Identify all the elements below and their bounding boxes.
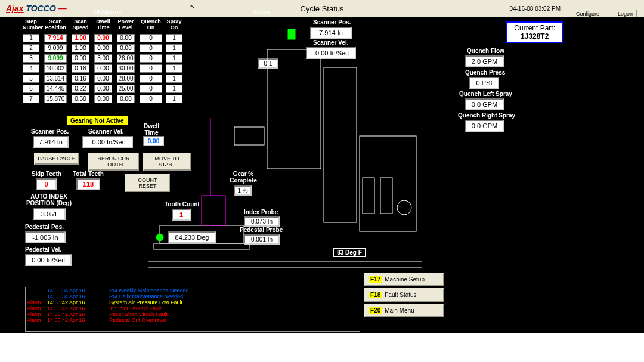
alarm-row: Alarm14:53:42 Apr 16Pacer Short Circuit … <box>26 311 360 317</box>
datetime: 04-16-08 03:02 PM <box>509 5 561 12</box>
skip-teeth-value: 0 <box>36 178 57 190</box>
table-cell: 1 <box>23 34 39 42</box>
table-cell: 1 <box>166 54 182 63</box>
table-cell: 1 <box>166 95 182 103</box>
tooth-count-label: Tooth Count <box>165 201 200 208</box>
svg-rect-12 <box>380 178 392 214</box>
f17-button[interactable]: F17Machine Setup <box>364 273 444 286</box>
table-cell: 0 <box>140 54 162 63</box>
svg-rect-1 <box>324 67 357 222</box>
deg-value: 84.233 Deg <box>168 231 216 243</box>
svg-point-8 <box>156 234 163 241</box>
table-cell: 13.614 <box>44 75 67 83</box>
temp-value: 83 Deg F <box>333 248 366 257</box>
svg-point-13 <box>397 200 411 215</box>
logo: Ajax TOCCO — <box>6 4 67 13</box>
quench-flow-label: Quench Flow <box>467 48 504 54</box>
auto-index-value: 3.051 <box>33 208 66 220</box>
f18-button[interactable]: F18Fault Status <box>364 288 444 302</box>
table-cell: 1 <box>166 34 182 42</box>
table-cell: 1.00 <box>72 44 89 52</box>
count-reset-button[interactable]: COUNT RESET <box>125 174 170 192</box>
scanner-pos-value: 7.914 In <box>33 136 69 148</box>
table-cell: 10.002 <box>44 64 67 73</box>
col-header: Step Number <box>23 18 39 30</box>
table-cell: 3 <box>23 54 39 63</box>
quench-right-label: Quench Right Spray <box>458 112 515 119</box>
col-header: Quench On <box>140 18 162 30</box>
table-cell: 1.00 <box>72 34 89 42</box>
col-header: Scan Position <box>44 18 67 30</box>
top-scanner-vel-value: -0.00 In/Sec <box>306 47 356 59</box>
quench-left-label: Quench Left Spray <box>459 91 512 97</box>
table-cell: 6 <box>23 85 39 93</box>
pause-cycle-button[interactable]: PAUSE CYCLE <box>34 153 79 165</box>
top-scanner-vel-label: Scanner Vel. <box>313 39 348 46</box>
top-scanner-pos-label: Scanner Pos. <box>313 19 351 26</box>
alarm-row: 14:58:34 Apr 16PM Weekly Maintenance Nee… <box>26 287 360 293</box>
table-cell: 0.18 <box>72 64 89 73</box>
quench-left-value: 0.0 GPM <box>465 98 504 110</box>
f20-label: Main Menu <box>385 307 414 314</box>
table-cell: 15.870 <box>44 95 67 103</box>
alarm-panel[interactable]: 14:58:34 Apr 16PM Weekly Maintenance Nee… <box>25 287 360 332</box>
table-cell: 0 <box>140 64 162 73</box>
gear-pct-value: 1 % <box>234 185 252 196</box>
page-title: Cycle Status <box>301 4 344 13</box>
table-cell: 1 <box>166 85 182 93</box>
current-part-box: Current Part: 1J328T2 <box>506 21 564 43</box>
dwell-time-label: Dwell Time <box>144 123 159 136</box>
alarm-row: Alarm14:53:42 Apr 16Inductor Ground Faul… <box>26 305 360 311</box>
table-cell: 0 <box>140 75 162 83</box>
table-cell: 1 <box>166 75 182 83</box>
table-cell: 0 <box>140 44 162 52</box>
auto-index-label: AUTO INDEX POSITION (Deg) <box>25 193 73 206</box>
quench-press-value: 0 PSI <box>469 77 499 89</box>
f17-label: Machine Setup <box>385 276 425 283</box>
table-cell: 1 <box>166 44 182 52</box>
current-part-value: 1J328T2 <box>514 32 555 41</box>
tooth-count-value: 1 <box>172 209 191 221</box>
table-cell: 0 <box>140 95 162 103</box>
logo-ajax: Ajax <box>6 4 24 13</box>
table-cell: 2 <box>23 44 39 52</box>
skip-teeth-label: Skip Teeth <box>32 171 61 177</box>
svg-rect-6 <box>154 243 249 249</box>
pedestal-vel-value: 0.00 In/Sec <box>25 254 72 266</box>
f18-label: Fault Status <box>385 292 416 298</box>
current-part-label: Current Part: <box>514 24 555 32</box>
pedestal-pos-label: Pedestal Pos. <box>25 224 64 230</box>
f20-button[interactable]: F20Main Menu <box>364 304 444 317</box>
top-scanner-pos-value: 7.914 In <box>310 27 352 39</box>
svg-rect-11 <box>363 178 374 214</box>
cursor-icon: ↖ <box>190 2 196 11</box>
svg-rect-7 <box>202 196 225 225</box>
table-cell: 7.914 <box>44 34 67 42</box>
move-start-button[interactable]: MOVE TO START <box>143 153 191 171</box>
main-area: Step NumberScan PositionScan SpeedDwell … <box>0 17 644 333</box>
alarm-row: Alarm14:53:42 Apr 16System Air Pressure … <box>26 299 360 305</box>
col-header: Spray On <box>166 18 182 30</box>
pedestal-pos-value: -1.005 In <box>25 231 66 243</box>
all-alarms-header: All Alarms <box>92 8 122 287</box>
table-cell: 14.445 <box>44 85 67 93</box>
logo-tocco: TOCCO <box>26 4 55 13</box>
svg-rect-2 <box>360 136 416 231</box>
svg-rect-9 <box>288 29 295 39</box>
active-alarms-header: Active <box>252 8 270 287</box>
quench-press-label: Quench Press <box>465 69 505 76</box>
table-cell: 4 <box>23 64 39 73</box>
table-cell: 0 <box>140 85 162 93</box>
table-cell: 7 <box>23 95 39 103</box>
table-cell: 9.099 <box>44 44 67 52</box>
table-cell: 9.099 <box>44 54 67 63</box>
col-header: Scan Speed <box>72 18 89 30</box>
table-cell: 5 <box>23 75 39 83</box>
quench-flow-value: 2.0 GPM <box>465 55 504 67</box>
table-cell: 0.00 <box>72 54 89 63</box>
table-cell: 0.50 <box>72 95 89 103</box>
table-cell: 0.22 <box>72 85 89 93</box>
table-cell: 0 <box>140 34 162 42</box>
scanner-pos-label: Scanner Pos. <box>31 128 69 135</box>
table-cell: 1 <box>166 64 182 73</box>
